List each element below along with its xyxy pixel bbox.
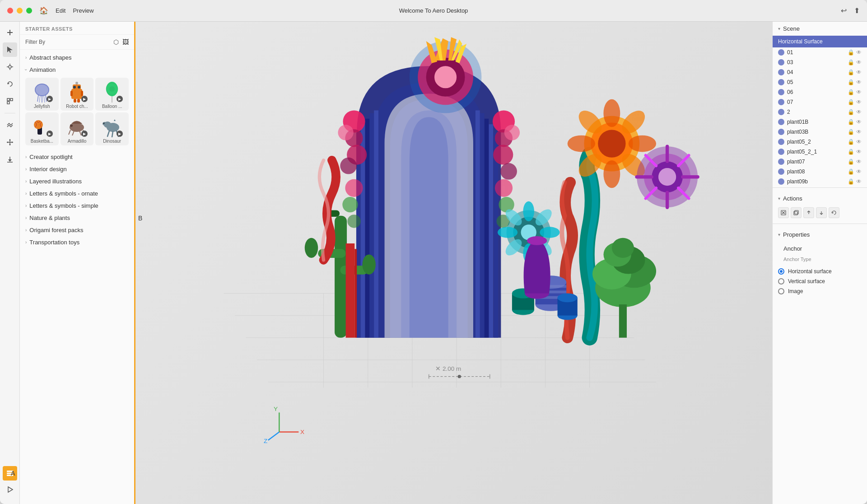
asset-balloon[interactable]: ▶ Balloon ... xyxy=(95,78,129,111)
category-letters-ornate[interactable]: › Letters & symbols - ornate xyxy=(20,187,134,200)
close-button[interactable] xyxy=(7,8,13,14)
scene-list-item[interactable]: 2 🔒 👁 xyxy=(773,107,867,117)
lock-icon[interactable]: 🔒 xyxy=(848,119,854,125)
anchor-vertical[interactable]: Vertical surface xyxy=(778,278,862,285)
scene-list-item[interactable]: plant05_2 🔒 👁 xyxy=(773,137,867,147)
eye-icon[interactable]: 👁 xyxy=(856,149,862,155)
edit-menu[interactable]: Edit xyxy=(56,7,65,14)
lock-icon[interactable]: 🔒 xyxy=(848,109,854,115)
frame-tool-button[interactable] xyxy=(3,94,17,108)
svg-point-167 xyxy=(458,375,461,378)
lock-icon[interactable]: 🔒 xyxy=(848,99,854,105)
asset-jellyfish[interactable]: ▶ Jellyfish xyxy=(25,78,59,111)
filter-3d-icon[interactable]: ⬡ xyxy=(113,38,119,46)
scene-list-item[interactable]: plant03B 🔒 👁 xyxy=(773,127,867,137)
svg-point-102 xyxy=(629,135,656,152)
rotate-tool-button[interactable] xyxy=(3,77,17,91)
action-copy-button[interactable] xyxy=(791,207,802,218)
svg-point-3 xyxy=(9,65,11,68)
scene-item-actions: 🔒 👁 xyxy=(848,89,862,95)
category-origami[interactable]: › Origami forest packs xyxy=(20,224,134,236)
action-down-button[interactable] xyxy=(816,207,827,218)
lock-icon[interactable]: 🔒 xyxy=(848,159,854,165)
category-letters-simple[interactable]: › Letters & symbols - simple xyxy=(20,200,134,212)
home-icon[interactable]: 🏠 xyxy=(39,6,48,15)
download-button[interactable] xyxy=(3,152,17,167)
minimize-button[interactable] xyxy=(17,8,23,14)
lock-icon[interactable]: 🔒 xyxy=(848,139,854,145)
scene-list-item[interactable]: 04 🔒 👁 xyxy=(773,67,867,77)
lock-icon[interactable]: 🔒 xyxy=(848,149,854,155)
scene-list-item[interactable]: plant01B 🔒 👁 xyxy=(773,117,867,127)
anchor-horizontal[interactable]: Horizontal surface xyxy=(778,268,862,275)
asset-robot[interactable]: ▶ Robot ch... xyxy=(61,78,94,111)
lock-icon[interactable]: 🔒 xyxy=(848,129,854,135)
select-tool-button[interactable] xyxy=(3,42,17,57)
share-icon[interactable]: ⬆ xyxy=(854,6,860,15)
eye-icon[interactable]: 👁 xyxy=(856,69,862,75)
action-reset-button[interactable] xyxy=(829,207,839,218)
anchor-horizontal-label: Horizontal surface xyxy=(788,268,832,275)
category-animation[interactable]: › Animation xyxy=(20,64,134,76)
category-nature[interactable]: › Nature & plants xyxy=(20,212,134,224)
viewport[interactable]: B xyxy=(135,22,772,504)
eye-icon[interactable]: 👁 xyxy=(856,109,862,115)
eye-icon[interactable]: 👁 xyxy=(856,168,862,175)
scene-list-item[interactable]: 07 🔒 👁 xyxy=(773,97,867,107)
actions-section: ▾ Actions xyxy=(773,188,867,224)
svg-marker-19 xyxy=(8,159,12,162)
lock-icon[interactable]: 🔒 xyxy=(848,178,854,185)
scene-list-item[interactable]: plant07 🔒 👁 xyxy=(773,157,867,167)
properties-header[interactable]: ▾ Properties xyxy=(773,228,867,242)
eye-icon[interactable]: 👁 xyxy=(856,178,862,185)
scene-list-item[interactable]: plant08 🔒 👁 xyxy=(773,167,867,177)
anchor-image[interactable]: Image xyxy=(778,288,862,294)
asset-dinosaur[interactable]: ▶ Dinosaur xyxy=(95,112,129,145)
actions-header[interactable]: ▾ Actions xyxy=(773,191,867,205)
action-up-button[interactable] xyxy=(803,207,814,218)
properties-chevron-icon: ▾ xyxy=(778,232,780,237)
eye-icon[interactable]: 👁 xyxy=(856,129,862,135)
add-button[interactable] xyxy=(3,25,17,40)
category-transportation[interactable]: › Transportation toys xyxy=(20,236,134,248)
category-layered-illustrations[interactable]: › Layered illustrations xyxy=(20,175,134,187)
scene-list-item[interactable]: 01 🔒 👁 xyxy=(773,47,867,57)
lock-icon[interactable]: 🔒 xyxy=(848,168,854,175)
category-abstract-shapes[interactable]: › Abstract shapes xyxy=(20,51,134,64)
lock-icon[interactable]: 🔒 xyxy=(848,49,854,56)
lock-icon[interactable]: 🔒 xyxy=(848,59,854,65)
eye-icon[interactable]: 👁 xyxy=(856,159,862,165)
scene-list-item[interactable]: 03 🔒 👁 xyxy=(773,57,867,67)
maximize-button[interactable] xyxy=(26,8,32,14)
svg-line-172 xyxy=(268,432,280,440)
scene-list-item[interactable]: plant09b 🔒 👁 xyxy=(773,177,867,187)
eye-icon[interactable]: 👁 xyxy=(856,79,862,85)
filter-image-icon[interactable]: 🖼 xyxy=(122,38,129,46)
action-delete-button[interactable] xyxy=(778,207,789,218)
category-interior-design[interactable]: › Interior design xyxy=(20,163,134,175)
undo-icon[interactable]: ↩ xyxy=(841,6,847,15)
eye-icon[interactable]: 👁 xyxy=(856,49,862,56)
eye-icon[interactable]: 👁 xyxy=(856,59,862,65)
scene-header[interactable]: ▾ Scene xyxy=(773,22,867,36)
run-button[interactable] xyxy=(3,482,17,497)
category-creator-spotlight[interactable]: › Creator spotlight xyxy=(20,151,134,163)
preview-menu[interactable]: Preview xyxy=(73,7,93,14)
scene-list-item[interactable]: plant05_2_1 🔒 👁 xyxy=(773,147,867,157)
asset-basketball[interactable]: ▶ Basketba... xyxy=(25,112,59,145)
lock-icon[interactable]: 🔒 xyxy=(848,89,854,95)
scene-list-item[interactable]: plant10 🔒 👁 xyxy=(773,187,867,187)
lock-icon[interactable]: 🔒 xyxy=(848,79,854,85)
eye-icon[interactable]: 👁 xyxy=(856,139,862,145)
scene-list-item[interactable]: 05 🔒 👁 xyxy=(773,77,867,87)
move-button[interactable] xyxy=(3,135,17,149)
asset-armadillo[interactable]: ▶ Armadillo xyxy=(61,112,94,145)
behavior-button[interactable] xyxy=(3,118,17,132)
scene-list-item[interactable]: 06 🔒 👁 xyxy=(773,87,867,97)
transform-tool-button[interactable] xyxy=(3,60,17,74)
lock-icon[interactable]: 🔒 xyxy=(848,69,854,75)
svg-point-55 xyxy=(103,123,105,124)
eye-icon[interactable]: 👁 xyxy=(856,89,862,95)
eye-icon[interactable]: 👁 xyxy=(856,119,862,125)
eye-icon[interactable]: 👁 xyxy=(856,99,862,105)
